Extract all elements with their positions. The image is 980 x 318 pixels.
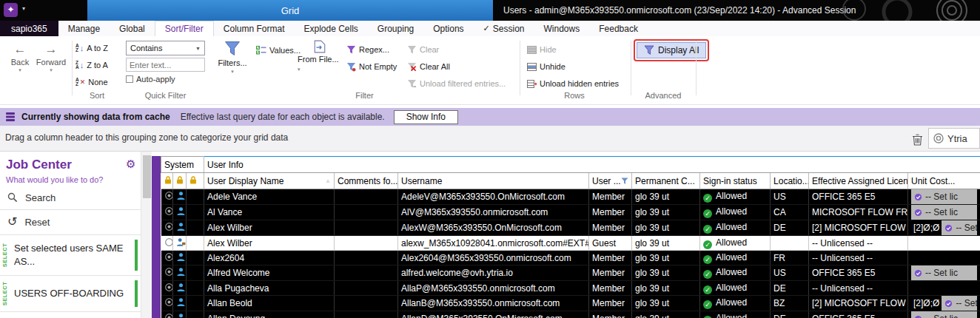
user-type-icon-cell[interactable] [173, 265, 187, 281]
cell-permanent[interactable]: glo 39 ut [632, 220, 700, 236]
sidebar-search[interactable]: Search [0, 187, 141, 208]
cell-username[interactable]: alexw_M365x10928041.onmicrosoft.com#EXT#… [398, 236, 589, 251]
cell-permanent[interactable]: glo 39 ut [632, 205, 700, 220]
system-cell[interactable] [187, 311, 204, 318]
cell-display-name[interactable]: Alex Wilber [204, 220, 335, 236]
row-select-cell[interactable] [161, 236, 173, 251]
grid-window-tab[interactable]: Grid [87, 0, 493, 21]
cell-display-name[interactable]: Al Vance [204, 205, 335, 220]
cell-comments[interactable] [335, 205, 398, 220]
band-system[interactable]: System [161, 157, 204, 173]
cell-permanent[interactable]: glo 39 ut [632, 251, 700, 265]
cell-username[interactable]: alfred.welcome@ovh.ytria.io [398, 265, 589, 281]
scrollbar-thumb[interactable] [143, 155, 151, 198]
back-caret-icon[interactable]: ▾ [19, 67, 21, 73]
clear-all-filters-button[interactable]: Clear All [407, 59, 450, 74]
user-type-icon-cell[interactable] [173, 205, 187, 220]
cell-signin-status[interactable]: ✓Allowed [700, 236, 771, 251]
tab-manage[interactable]: Manage [58, 21, 110, 36]
cell-username[interactable]: AllanB@M365x393550.onmicrosoft.com [398, 296, 589, 311]
cell-signin-status[interactable]: ✓Allowed [700, 205, 771, 220]
grouping-zone[interactable]: Drag a column header to this grouping zo… [0, 126, 980, 152]
quick-access-caret-icon[interactable]: ▾ [22, 5, 25, 12]
user-type-icon-cell[interactable] [173, 296, 187, 311]
filter-operator-select[interactable]: Contains▼ [126, 41, 205, 55]
cell-signin-status[interactable]: ✓Allowed [700, 251, 771, 265]
cell-comments[interactable] [335, 220, 398, 236]
forward-button[interactable]: → Forward ▾ [37, 42, 65, 73]
cell-signin-status[interactable]: ✓Allowed [700, 189, 771, 205]
cell-signin-status[interactable]: ✓Allowed [700, 311, 771, 318]
column-header-signin-status[interactable]: Sign-in status [700, 173, 771, 189]
sort-none-button[interactable]: AZ✕ None [75, 75, 108, 89]
row-select-cell[interactable] [161, 251, 173, 265]
cell-display-name[interactable]: Allan Deyoung [204, 311, 335, 318]
cell-display-name[interactable]: Allan Beold [204, 296, 335, 311]
cell-comments[interactable] [335, 265, 398, 281]
cell-comments[interactable] [335, 189, 398, 205]
cell-user-type[interactable]: Member [589, 265, 632, 281]
user-type-icon-cell[interactable] [173, 251, 187, 265]
cell-location[interactable]: FR [771, 251, 809, 265]
row-select-cell[interactable] [161, 189, 173, 205]
sidebar-reset[interactable]: ↺ Reset [0, 211, 141, 233]
cell-permanent[interactable]: glo 39 ut [632, 311, 700, 318]
system-cell[interactable] [187, 189, 204, 205]
column-header-location[interactable]: Locatio... [771, 173, 809, 189]
tab-global[interactable]: Global [110, 21, 155, 36]
cell-comments[interactable] [335, 296, 398, 311]
table-row[interactable]: Alfred Welcomealfred.welcome@ovh.ytria.i… [161, 265, 980, 281]
cell-licenses[interactable]: MICROSOFT FLOW FREE [809, 205, 908, 220]
auto-apply-checkbox[interactable]: Auto-apply [126, 75, 175, 84]
cell-signin-status[interactable]: ✓Allowed [700, 265, 771, 281]
cell-location[interactable]: DE [771, 281, 809, 296]
tab-options[interactable]: Options [423, 21, 473, 36]
cell-signin-status[interactable]: ✓Allowed [700, 220, 771, 236]
column-header-unit-cost[interactable]: Unit Cost... [908, 173, 980, 189]
tab-session[interactable]: ✓Session [474, 21, 534, 36]
sidebar-scrollbar[interactable] [141, 152, 152, 318]
cell-permanent[interactable]: glo 39 ut [632, 189, 700, 205]
table-row[interactable]: Alla PugachevaAllaP@M365x393550.onmicros… [161, 281, 980, 296]
cell-unit-cost[interactable]: -- Set lic [908, 265, 980, 281]
user-type-icon-cell[interactable] [173, 220, 187, 236]
row-select-cell[interactable] [161, 265, 173, 281]
lock-column-header[interactable] [173, 173, 187, 189]
cell-user-type[interactable]: Member [589, 251, 632, 265]
cell-permanent[interactable]: glo 39 ut [632, 265, 700, 281]
cell-user-type[interactable]: Member [589, 281, 632, 296]
cell-unit-cost[interactable]: -- Set lic [908, 311, 980, 318]
sort-a-to-z-button[interactable]: AZ↓ A to Z [75, 41, 108, 55]
cell-display-name[interactable]: Alfred Welcome [204, 265, 335, 281]
cell-unit-cost[interactable]: [2]Ø;Ø-- Set lic [908, 220, 980, 236]
table-row[interactable]: Allan BeoldAllanB@M365x393550.onmicrosof… [161, 296, 980, 311]
cell-user-type[interactable]: Member [589, 311, 632, 318]
quick-filter-input[interactable] [126, 58, 205, 72]
filters-button[interactable]: Filters... ▾ [212, 41, 252, 75]
cell-permanent[interactable]: glo 39 ut [632, 236, 700, 251]
cell-signin-status[interactable]: ✓Allowed [700, 296, 771, 311]
regex-filter-button[interactable]: Regex... [346, 42, 389, 57]
cell-location[interactable]: BZ [771, 296, 809, 311]
back-button[interactable]: ← Back ▾ [6, 42, 34, 73]
cell-unit-cost[interactable] [908, 281, 980, 296]
cell-licenses[interactable]: OFFICE 365 E5 [809, 311, 908, 318]
system-cell[interactable] [187, 220, 204, 236]
cell-username[interactable]: AlV@M365x393550.onmicrosoft.com [398, 205, 589, 220]
cell-signin-status[interactable]: ✓Allowed [700, 281, 771, 296]
cell-location[interactable]: DE [771, 220, 809, 236]
cell-permanent[interactable]: glo 39 ut [632, 281, 700, 296]
system-cell[interactable] [187, 251, 204, 265]
column-header-username[interactable]: Username [398, 173, 589, 189]
system-cell[interactable] [187, 296, 204, 311]
cell-username[interactable]: AlexW@M365x393550.OnMicrosoft.com [398, 220, 589, 236]
cell-unit-cost[interactable]: [2]Ø;Ø-- Set lic [908, 296, 980, 311]
tab-windows[interactable]: Windows [534, 21, 590, 36]
sapio365-logo-icon[interactable]: ✦ [4, 3, 18, 17]
cell-location[interactable]: CA [771, 205, 809, 220]
table-row[interactable]: Allan DeyoungAllanD@M365x393550.OnMicros… [161, 311, 980, 318]
unload-hidden-entries-button[interactable]: Unload hidden entries [527, 76, 619, 91]
user-type-icon-cell[interactable] [173, 311, 187, 318]
cell-unit-cost[interactable] [908, 251, 980, 265]
cell-user-type[interactable]: Guest [589, 236, 632, 251]
